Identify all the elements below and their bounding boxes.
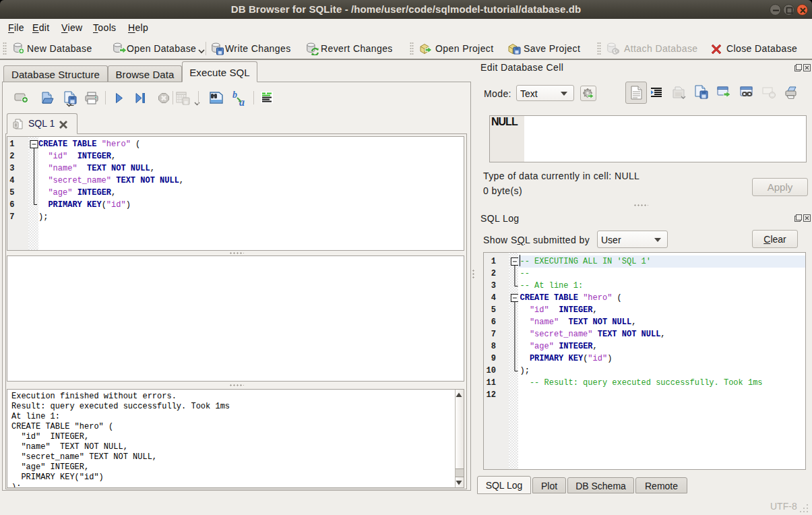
svg-text:b: b xyxy=(232,90,237,100)
